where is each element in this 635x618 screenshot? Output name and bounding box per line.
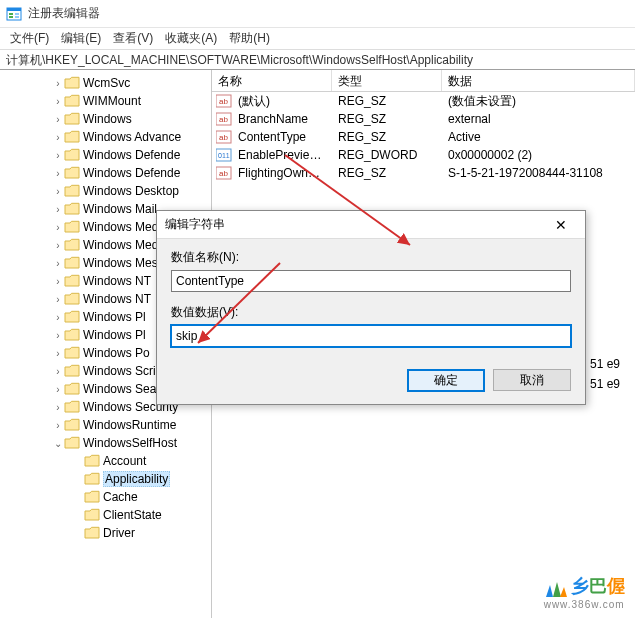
dialog-titlebar[interactable]: 编辑字符串 ✕ (157, 211, 585, 239)
list-row[interactable]: 011EnablePreview...REG_DWORD0x00000002 (… (212, 146, 635, 164)
tree-item-label: Windows NT (83, 274, 151, 288)
tree-item[interactable]: ClientState (0, 506, 211, 524)
edit-string-dialog: 编辑字符串 ✕ 数值名称(N): 数值数据(V): 确定 取消 (156, 210, 586, 405)
expand-icon[interactable]: › (52, 150, 64, 161)
tree-item[interactable]: ›WindowsRuntime (0, 416, 211, 434)
tree-item[interactable]: Driver (0, 524, 211, 542)
expand-icon[interactable]: › (52, 78, 64, 89)
expand-icon[interactable]: › (52, 402, 64, 413)
expand-icon[interactable]: › (52, 276, 64, 287)
expand-icon[interactable]: › (52, 348, 64, 359)
tree-item-label: Windows Pl (83, 310, 146, 324)
value-name-cell: (默认) (232, 93, 332, 110)
expand-icon[interactable]: › (52, 240, 64, 251)
expand-icon[interactable]: › (52, 96, 64, 107)
expand-icon[interactable]: › (52, 330, 64, 341)
dialog-buttons: 确定 取消 (407, 369, 571, 392)
cancel-button[interactable]: 取消 (493, 369, 571, 391)
expand-icon[interactable]: › (52, 366, 64, 377)
expand-icon[interactable]: › (52, 204, 64, 215)
col-type[interactable]: 类型 (332, 70, 442, 91)
folder-icon (64, 220, 80, 234)
tree-item[interactable]: ›Windows Defende (0, 146, 211, 164)
menu-favorites[interactable]: 收藏夹(A) (159, 28, 223, 49)
expand-icon[interactable]: › (52, 384, 64, 395)
tree-item-label: Windows Defende (83, 148, 180, 162)
svg-text:ab: ab (219, 97, 228, 106)
menu-file[interactable]: 文件(F) (4, 28, 55, 49)
expand-icon[interactable]: › (52, 186, 64, 197)
watermark-char: 巴 (589, 576, 607, 596)
dialog-body: 数值名称(N): 数值数据(V): (157, 239, 585, 369)
folder-icon (64, 274, 80, 288)
value-type-cell: REG_DWORD (332, 148, 442, 162)
expand-icon[interactable]: › (52, 294, 64, 305)
tree-item[interactable]: ›WcmSvc (0, 74, 211, 92)
folder-icon (64, 112, 80, 126)
list-row[interactable]: abBranchNameREG_SZexternal (212, 110, 635, 128)
value-name-cell: ContentType (232, 130, 332, 144)
value-data-field[interactable] (171, 325, 571, 347)
value-type-cell: REG_SZ (332, 94, 442, 108)
tree-item[interactable]: Cache (0, 488, 211, 506)
tree-item-label: Windows Desktop (83, 184, 179, 198)
tree-item-label: Account (103, 454, 146, 468)
list-row[interactable]: abContentTypeREG_SZActive (212, 128, 635, 146)
value-name-label: 数值名称(N): (171, 249, 571, 266)
close-icon[interactable]: ✕ (545, 217, 577, 233)
tree-item[interactable]: ⌄WindowsSelfHost (0, 434, 211, 452)
dialog-title: 编辑字符串 (165, 216, 225, 233)
value-data-cell: S-1-5-21-1972008444-31108 (442, 166, 635, 180)
tree-item[interactable]: ›Windows (0, 110, 211, 128)
value-type-cell: REG_SZ (332, 112, 442, 126)
ok-button[interactable]: 确定 (407, 369, 485, 392)
value-type-cell: REG_SZ (332, 130, 442, 144)
value-name-cell: FlightingOwner... (232, 166, 332, 180)
tree-item-label: WindowsSelfHost (83, 436, 177, 450)
value-data-cell: 0x00000002 (2) (442, 148, 635, 162)
col-name[interactable]: 名称 (212, 70, 332, 91)
svg-rect-2 (9, 13, 13, 15)
menu-edit[interactable]: 编辑(E) (55, 28, 107, 49)
value-type-icon: ab (216, 130, 232, 144)
folder-icon (64, 418, 80, 432)
value-name-field[interactable] (171, 270, 571, 292)
address-bar[interactable]: 计算机\HKEY_LOCAL_MACHINE\SOFTWARE\Microsof… (0, 50, 635, 70)
tree-item-label: WcmSvc (83, 76, 130, 90)
tree-item-label: Windows Po (83, 346, 150, 360)
expand-icon[interactable]: › (52, 168, 64, 179)
value-type-icon: ab (216, 94, 232, 108)
tree-item[interactable]: Account (0, 452, 211, 470)
list-row[interactable]: ab(默认)REG_SZ(数值未设置) (212, 92, 635, 110)
folder-icon (64, 184, 80, 198)
list-header[interactable]: 名称 类型 数据 (212, 70, 635, 92)
tree-item[interactable]: ›WIMMount (0, 92, 211, 110)
value-data-cell: (数值未设置) (442, 93, 635, 110)
expand-icon[interactable]: › (52, 222, 64, 233)
expand-icon[interactable]: › (52, 114, 64, 125)
tree-item[interactable]: Applicability (0, 470, 211, 488)
folder-icon (64, 346, 80, 360)
folder-icon (84, 472, 100, 486)
watermark-char: 偓 (607, 576, 625, 596)
tree-item[interactable]: ›Windows Desktop (0, 182, 211, 200)
tree-item-label: Windows (83, 112, 132, 126)
expand-icon[interactable]: › (52, 258, 64, 269)
expand-icon[interactable]: › (52, 312, 64, 323)
folder-icon (84, 526, 100, 540)
list-row[interactable]: abFlightingOwner...REG_SZS-1-5-21-197200… (212, 164, 635, 182)
watermark-url: www.386w.com (544, 599, 625, 610)
folder-icon (64, 310, 80, 324)
value-type-icon: ab (216, 112, 232, 126)
svg-text:ab: ab (219, 169, 228, 178)
tree-item[interactable]: ›Windows Defende (0, 164, 211, 182)
expand-icon[interactable]: › (52, 420, 64, 431)
folder-icon (64, 202, 80, 216)
menu-help[interactable]: 帮助(H) (223, 28, 276, 49)
tree-item[interactable]: ›Windows Advance (0, 128, 211, 146)
menu-view[interactable]: 查看(V) (107, 28, 159, 49)
col-data[interactable]: 数据 (442, 70, 635, 91)
tree-item-label: ClientState (103, 508, 162, 522)
expand-icon[interactable]: ⌄ (52, 438, 64, 449)
expand-icon[interactable]: › (52, 132, 64, 143)
